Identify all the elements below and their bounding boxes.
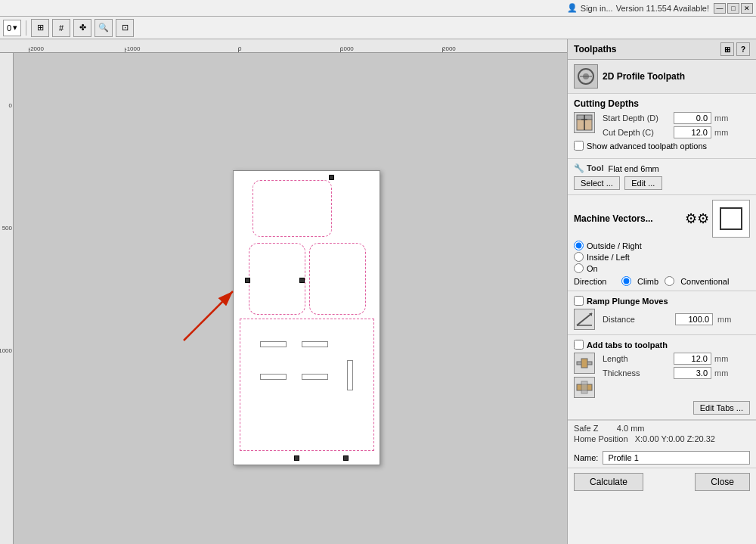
select-tool-button[interactable]: Select ...	[574, 176, 620, 190]
inside-left-radio[interactable]	[574, 252, 584, 262]
advanced-options-row: Show advanced toolpath options	[574, 141, 750, 151]
ruler-v-tick: 0	[9, 102, 12, 109]
outside-right-label: Outside / Right	[587, 241, 642, 250]
vertical-ruler: 0 500 1000	[0, 53, 14, 544]
direction-label: Direction	[574, 277, 615, 286]
handle-bottom-left[interactable]	[294, 455, 299, 461]
inside-left-row: Inside / Left	[574, 252, 750, 262]
panel-icon-grid[interactable]: ⊞	[720, 42, 734, 56]
inner-rect-1	[260, 341, 287, 347]
ramp-plunge-icon	[574, 309, 595, 330]
inside-left-label: Inside / Left	[587, 253, 630, 262]
inner-rect-vertical	[347, 360, 353, 390]
distance-unit: mm	[717, 315, 731, 324]
sign-in-label[interactable]: Sign in...	[581, 4, 613, 13]
distance-label: Distance	[603, 315, 671, 324]
toolbar: 0 ▾ ⊞ # ✤ 🔍 ⊡	[0, 17, 756, 39]
cut-depth-input[interactable]	[674, 126, 711, 138]
advanced-options-checkbox[interactable]	[574, 141, 584, 151]
close-button[interactable]: Close	[695, 473, 750, 491]
home-position-label: Home Position	[574, 434, 628, 443]
ramp-plunge-label: Ramp Plunge Moves	[587, 297, 668, 306]
ramp-plunge-checkbox[interactable]	[574, 296, 584, 306]
search-button[interactable]: 🔍	[94, 19, 113, 37]
grid-button[interactable]: #	[52, 19, 70, 37]
cutting-depths-section: Cutting Depths Start Depth (D) mm	[568, 94, 756, 159]
canvas-viewport[interactable]	[14, 53, 567, 544]
tab-length-label: Length	[603, 354, 671, 363]
on-row: On	[574, 263, 750, 273]
panel-header-icons: ⊞ ?	[720, 42, 750, 56]
tab-length-icon	[574, 353, 595, 374]
user-icon: 👤	[567, 3, 578, 13]
ruler-tick-label: 1000	[340, 45, 354, 52]
svg-line-9	[577, 313, 592, 325]
climb-label: Climb	[637, 277, 658, 286]
name-input[interactable]	[603, 451, 750, 465]
add-tabs-checkbox[interactable]	[574, 340, 584, 350]
start-depth-row: Start Depth (D) mm	[603, 112, 728, 124]
tool-icon: 🔧	[574, 163, 584, 173]
ruler-tick-label: -2000	[29, 45, 44, 52]
add-tabs-row: Add tabs to toolpath	[574, 340, 750, 350]
add-tabs-section: Add tabs to toolpath	[568, 335, 756, 420]
bottom-info: Safe Z 4.0 mm Home Position X:0.00 Y:0.0…	[568, 420, 756, 448]
home-position-line: Home Position X:0.00 Y:0.00 Z:20.32	[574, 434, 750, 443]
right-panel: Toolpaths ⊞ ? 2D Profile Toolpath Cuttin…	[567, 39, 756, 544]
safe-z-label: Safe Z	[574, 424, 598, 433]
tool-section: 🔧 Tool Flat end 6mm Select ... Edit ...	[568, 159, 756, 195]
svg-rect-13	[581, 359, 587, 368]
layer-dropdown[interactable]: 0 ▾	[3, 20, 21, 36]
svg-rect-4	[580, 76, 592, 77]
start-depth-input[interactable]	[674, 112, 711, 124]
chevron-down-icon: ▾	[13, 23, 17, 33]
maximize-button[interactable]: □	[727, 3, 739, 14]
snap-button[interactable]: ⊞	[31, 19, 49, 37]
shape-mid-right	[309, 243, 366, 315]
conventional-radio[interactable]	[665, 276, 674, 286]
tool-label-text: Tool	[587, 163, 603, 173]
tab-thickness-input[interactable]	[674, 367, 711, 379]
rotate-button[interactable]: ✤	[73, 19, 91, 37]
machine-vectors-section: Machine Vectors... ⚙⚙ Outside / Right In…	[568, 195, 756, 291]
close-window-button[interactable]: ✕	[741, 3, 753, 14]
cut-depth-label: Cut Depth (C)	[603, 128, 671, 137]
start-depth-label: Start Depth (D)	[603, 113, 671, 123]
machine-vectors-title: Machine Vectors...	[574, 213, 653, 224]
handle-mid-left[interactable]	[245, 278, 250, 283]
safe-z-value: 4.0 mm	[617, 424, 645, 433]
distance-input[interactable]	[675, 313, 713, 325]
ramp-plunge-row: Ramp Plunge Moves	[574, 296, 750, 306]
sign-in-area: 👤 Sign in... Version 11.554 Available!	[567, 3, 709, 13]
ramp-plunge-section: Ramp Plunge Moves Distance mm	[568, 291, 756, 335]
toolpath-icon	[574, 64, 598, 89]
cut-depth-row: Cut Depth (C) mm	[603, 126, 728, 138]
handle-mid-center[interactable]	[299, 278, 305, 283]
on-label: On	[587, 264, 598, 273]
work-area	[233, 170, 380, 465]
outside-right-radio[interactable]	[574, 241, 584, 250]
layer-value: 0	[7, 23, 11, 33]
window-controls: — □ ✕	[714, 3, 753, 14]
edit-tool-button[interactable]: Edit ...	[624, 176, 662, 190]
safe-z-line: Safe Z 4.0 mm	[574, 424, 750, 433]
calculate-button[interactable]: Calculate	[574, 473, 643, 491]
view-button[interactable]: ⊡	[116, 19, 134, 37]
edit-tabs-button[interactable]: Edit Tabs ...	[693, 401, 750, 415]
handle-bottom-right[interactable]	[343, 455, 349, 461]
tab-length-input[interactable]	[674, 353, 711, 365]
tab-thickness-icon	[574, 377, 595, 398]
tab-thickness-row: Thickness mm	[603, 367, 728, 379]
machine-vectors-right: ⚙⚙	[685, 200, 750, 238]
climb-radio[interactable]	[621, 276, 631, 286]
panel-title: Toolpaths	[574, 44, 616, 54]
ruler-v-tick: 500	[2, 225, 12, 232]
svg-rect-15	[581, 381, 587, 393]
preview-box-inner	[720, 207, 742, 230]
on-radio[interactable]	[574, 263, 584, 273]
minimize-button[interactable]: —	[714, 3, 726, 14]
handle-top-right[interactable]	[329, 175, 334, 180]
canvas-area[interactable]: -2000 -1000 0 1000 2000 0 500	[0, 39, 567, 544]
shape-mid-left	[249, 243, 305, 315]
panel-icon-question[interactable]: ?	[736, 42, 750, 56]
